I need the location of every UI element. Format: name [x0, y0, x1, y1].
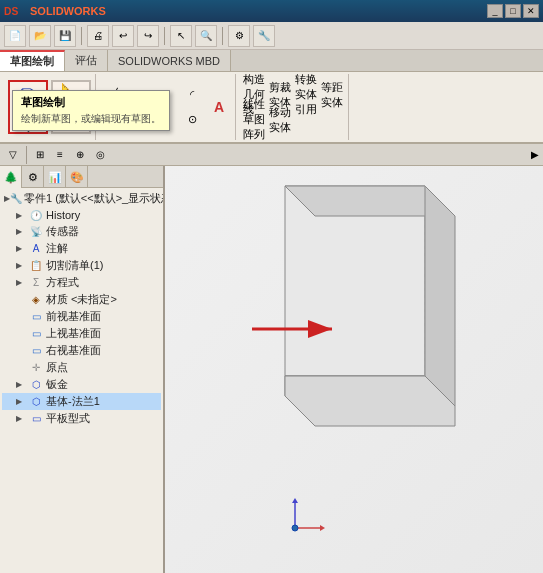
tree-item-base-flange[interactable]: ▶ ⬡ 基体-法兰1 — [2, 393, 161, 410]
options-button[interactable]: ⚙ — [228, 25, 250, 47]
tab-evaluate[interactable]: 评估 — [65, 50, 108, 71]
title-bar: DS SOLIDWORKS _ □ ✕ — [0, 0, 543, 22]
tree-item-top-plane-icon: ▭ — [28, 327, 44, 341]
tree-root[interactable]: ▶ 🔧 零件1 (默认<<默认>_显示状态 1>) — [2, 190, 161, 207]
tree-item-flat-pattern-label: 平板型式 — [46, 411, 90, 426]
tab-sketch[interactable]: 草图绘制 — [0, 50, 65, 71]
new-button[interactable]: 📄 — [4, 25, 26, 47]
cmd-icon-2[interactable]: ≡ — [51, 146, 69, 164]
title-bar-controls: _ □ ✕ — [487, 4, 539, 18]
tree-item-annotation[interactable]: ▶ A 注解 — [2, 240, 161, 257]
tree-item-sheetmetal-arrow: ▶ — [16, 380, 28, 389]
tree-item-base-flange-arrow: ▶ — [16, 397, 28, 406]
tree-item-history[interactable]: ▶ 🕐 History — [2, 207, 161, 223]
panel-tabs: 🌲 ⚙ 📊 🎨 — [0, 166, 163, 188]
tree-item-right-plane-icon: ▭ — [28, 344, 44, 358]
arc-button[interactable]: ◜ — [180, 83, 204, 107]
equal-button[interactable]: 等距实体 — [320, 83, 344, 107]
tree-item-right-plane[interactable]: ▭ 右视基准面 — [2, 342, 161, 359]
tree-root-label: 零件1 (默认<<默认>_显示状态 1>) — [24, 191, 163, 206]
close-button[interactable]: ✕ — [523, 4, 539, 18]
tree-item-sensor[interactable]: ▶ 📡 传感器 — [2, 223, 161, 240]
solidworks-logo-icon: DS — [4, 3, 26, 19]
separator-1 — [81, 27, 82, 45]
tree-item-material[interactable]: ◈ 材质 <未指定> — [2, 291, 161, 308]
tree-item-history-icon: 🕐 — [28, 208, 44, 222]
mirror-button[interactable]: 线性草图阵列 — [242, 108, 266, 132]
svg-marker-3 — [425, 186, 455, 406]
tree-item-material-label: 材质 <未指定> — [46, 292, 117, 307]
font-row: A — [207, 95, 231, 119]
print-button[interactable]: 🖨 — [87, 25, 109, 47]
feature-tree: ▶ 🔧 零件1 (默认<<默认>_显示状态 1>) ▶ 🕐 History ▶ … — [0, 188, 163, 573]
separator-3 — [222, 27, 223, 45]
settings-button[interactable]: 🔧 — [253, 25, 275, 47]
viewport[interactable]: 软件自学网 www.RJZXW.com — [165, 166, 543, 573]
tree-item-base-flange-label: 基体-法兰1 — [46, 394, 100, 409]
svg-marker-6 — [285, 376, 455, 426]
tree-item-base-flange-icon: ⬡ — [28, 395, 44, 409]
tree-item-flat-pattern-icon: ▭ — [28, 412, 44, 426]
tree-item-flat-pattern[interactable]: ▶ ▭ 平板型式 — [2, 410, 161, 427]
open-button[interactable]: 📂 — [29, 25, 51, 47]
move-button[interactable]: 移动实体 — [268, 108, 292, 132]
tree-item-cutlist-icon: 📋 — [28, 259, 44, 273]
tree-item-equation-arrow: ▶ — [16, 278, 28, 287]
tree-item-flat-pattern-arrow: ▶ — [16, 414, 28, 423]
tree-item-annotation-arrow: ▶ — [16, 244, 28, 253]
svg-text:DS: DS — [4, 6, 18, 17]
tree-item-origin[interactable]: ✛ 原点 — [2, 359, 161, 376]
tree-item-right-plane-label: 右视基准面 — [46, 343, 101, 358]
transform-button[interactable]: 转换实体引用 — [294, 83, 318, 107]
tree-item-equation[interactable]: ▶ Σ 方程式 — [2, 274, 161, 291]
save-button[interactable]: 💾 — [54, 25, 76, 47]
expand-panel-button[interactable]: ▶ — [531, 149, 539, 160]
trim-button[interactable]: 剪裁实体 — [268, 83, 292, 107]
cmd-icon-4[interactable]: ◎ — [91, 146, 109, 164]
panel-tab-tree[interactable]: 🌲 — [0, 166, 22, 188]
viewport-background: 软件自学网 www.RJZXW.com — [165, 166, 543, 573]
ribbon-tabs: 草图绘制 评估 SOLIDWORKS MBD — [0, 50, 543, 72]
tree-item-origin-icon: ✛ — [28, 361, 44, 375]
tree-item-top-plane[interactable]: ▭ 上视基准面 — [2, 325, 161, 342]
tree-item-sheetmetal[interactable]: ▶ ⬡ 钣金 — [2, 376, 161, 393]
tooltip-popup: 草图绘制 绘制新草图，或编辑现有草图。 — [12, 90, 170, 131]
tree-item-sensor-icon: 📡 — [28, 225, 44, 239]
offset-button[interactable]: ⊙ — [180, 108, 204, 132]
redo-button[interactable]: ↪ — [137, 25, 159, 47]
feature-tree-panel: 🌲 ⚙ 📊 🎨 ▶ 🔧 零件1 (默认<<默认>_显示状态 1>) ▶ 🕐 Hi… — [0, 166, 165, 573]
app-name: SOLIDWORKS — [30, 5, 106, 17]
construct-group: 构造几何线 剪裁实体 转换实体引用 等距实体 线性草图阵列 移动实体 — [238, 74, 349, 140]
tree-item-cutlist[interactable]: ▶ 📋 切割清单(1) — [2, 257, 161, 274]
text-button[interactable]: A — [207, 95, 231, 119]
tooltip-desc: 绘制新草图，或编辑现有草图。 — [21, 112, 161, 126]
construct-row-2: 线性草图阵列 移动实体 — [242, 108, 344, 132]
command-bar: ▽ ⊞ ≡ ⊕ ◎ ▶ — [0, 144, 543, 166]
construct-col: 构造几何线 剪裁实体 转换实体引用 等距实体 线性草图阵列 移动实体 — [242, 83, 344, 132]
tree-item-history-label: History — [46, 209, 80, 221]
tree-item-sensor-arrow: ▶ — [16, 227, 28, 236]
tree-item-front-plane-icon: ▭ — [28, 310, 44, 324]
select-button[interactable]: ↖ — [170, 25, 192, 47]
tree-item-origin-label: 原点 — [46, 360, 68, 375]
filter-icon[interactable]: ▽ — [4, 146, 22, 164]
tooltip-title: 草图绘制 — [21, 95, 161, 110]
top-toolbar: 📄 📂 💾 🖨 ↩ ↪ ↖ 🔍 ⚙ 🔧 — [0, 22, 543, 50]
cmd-icon-1[interactable]: ⊞ — [31, 146, 49, 164]
panel-tab-config[interactable]: ⚙ — [22, 166, 44, 188]
tree-item-equation-icon: Σ — [28, 276, 44, 290]
tree-item-front-plane[interactable]: ▭ 前视基准面 — [2, 308, 161, 325]
tree-item-front-plane-label: 前视基准面 — [46, 309, 101, 324]
tree-item-annotation-label: 注解 — [46, 241, 68, 256]
tree-item-sheetmetal-icon: ⬡ — [28, 378, 44, 392]
construct-group-content: 构造几何线 剪裁实体 转换实体引用 等距实体 线性草图阵列 移动实体 — [242, 76, 344, 138]
undo-button[interactable]: ↩ — [112, 25, 134, 47]
tab-mbd[interactable]: SOLIDWORKS MBD — [108, 50, 231, 71]
cmd-icon-3[interactable]: ⊕ — [71, 146, 89, 164]
panel-tab-dme[interactable]: 📊 — [44, 166, 66, 188]
tree-item-history-arrow: ▶ — [16, 211, 28, 220]
maximize-button[interactable]: □ — [505, 4, 521, 18]
panel-tab-appear[interactable]: 🎨 — [66, 166, 88, 188]
zoom-button[interactable]: 🔍 — [195, 25, 217, 47]
minimize-button[interactable]: _ — [487, 4, 503, 18]
